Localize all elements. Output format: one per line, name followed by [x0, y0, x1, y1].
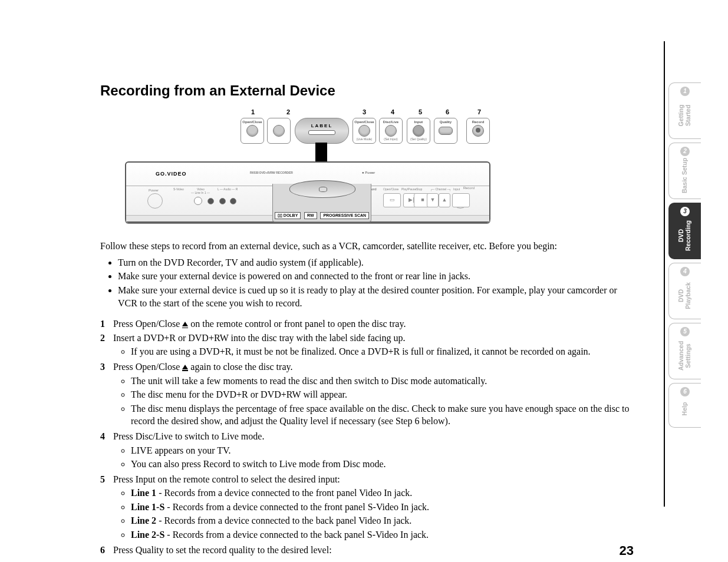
jack-svideo-icon [194, 197, 202, 205]
jack-audio-r-icon [230, 198, 236, 204]
step-4: Press Disc/Live to switch to Live mode. … [100, 430, 637, 471]
step-5: Press Input on the remote control to sel… [100, 473, 637, 541]
power-label: Power [149, 189, 159, 192]
step-marker-1: 1 [251, 108, 255, 115]
step-marker-2: 2 [286, 108, 290, 115]
ctl-openclose-label: Open/Close [383, 187, 398, 191]
step-marker-7: 7 [477, 108, 481, 115]
eject-icon [182, 362, 188, 372]
section-tabs: 1 GettingStarted 2 Basic Setup 3 DVDReco… [668, 82, 704, 431]
step-marker-4: 4 [391, 108, 394, 115]
jack-video-label: Video [197, 187, 205, 191]
tab-dvd-playback[interactable]: 4 DVDPlayback [668, 263, 701, 319]
step-4-sub: LIVE appears on your TV. [131, 444, 637, 457]
step-3: Press Open/Close again to close the disc… [100, 361, 637, 428]
jack-audio-l-icon [219, 198, 226, 204]
page-divider [664, 41, 665, 507]
step-marker-3: 3 [363, 108, 366, 115]
power-indicator: ● Power [362, 171, 375, 174]
intro-text: Follow these steps to record from an ext… [100, 240, 637, 253]
eject-icon [182, 319, 188, 329]
tab-dvd-recording[interactable]: 3 DVDRecording [668, 203, 701, 259]
jack-svideo-label: S-Video [173, 187, 184, 191]
disc-icon [289, 180, 355, 198]
page-number: 23 [620, 543, 634, 558]
step-5-sub: Line 1 - Records from a device connected… [131, 487, 637, 500]
jack-video-icon [207, 198, 214, 204]
step-5-sub: Line 1-S - Records from a device connect… [131, 501, 637, 514]
step-2: Insert a DVD+R or DVD+RW into the disc t… [100, 332, 637, 358]
record-label: Record [463, 186, 475, 190]
step-3-sub: The disc menu displays the percentage of… [131, 402, 637, 428]
openclose-button-icon: ▭ [383, 193, 401, 207]
disc-label-indicator: LABEL [295, 118, 349, 144]
step-3-sub: The disc menu for the DVD+R or DVD+RW wi… [131, 388, 637, 401]
tab-getting-started[interactable]: 1 GettingStarted [668, 82, 701, 139]
channel-down-icon: ▼ [427, 193, 439, 207]
remote-openclose-2: Open/Close(Live Mode) [353, 118, 376, 144]
step-3-sub: The unit will take a few moments to read… [131, 375, 637, 388]
remote-control-row: 1 2 3 4 5 6 7 Open/Close LABEL Open/Clos… [124, 108, 489, 145]
ctl-playpause-label: Play/Pause [401, 187, 416, 191]
jack-audio-label: L — Audio — R [218, 187, 238, 191]
step-2-sub: If you are using a DVD+R, it must be not… [131, 345, 637, 358]
progressive-logo: PROGRESSIVE SCAN [320, 212, 369, 219]
page-title: Recording from an External Device [100, 82, 663, 99]
input-button-icon [452, 193, 470, 207]
precheck-list: Turn on the DVD Recorder, TV and audio s… [100, 256, 637, 309]
remote-disclive: Disc/Live(Set Input) [379, 118, 403, 144]
tab-basic-setup[interactable]: 2 Basic Setup [668, 143, 701, 199]
power-button-icon [147, 193, 163, 209]
disc-tray-icon: ▯▯ DOLBY RW PROGRESSIVE SCAN [272, 184, 371, 222]
precheck-item: Turn on the DVD Recorder, TV and audio s… [118, 256, 637, 269]
rw-logo: RW [304, 212, 317, 219]
precheck-item: Make sure your external device is cued u… [118, 284, 637, 309]
remote-quality: Quality [434, 118, 457, 144]
step-5-sub: Line 2 - Records from a device connected… [131, 514, 637, 527]
line-in-label: — Line In 1 — [191, 191, 210, 194]
device-brand: GO.VIDEO [156, 171, 187, 177]
remote-blank [267, 118, 291, 144]
remote-record: Record [466, 118, 490, 144]
device-diagram: 1 2 3 4 5 6 7 Open/Close LABEL Open/Clos… [124, 108, 489, 226]
step-marker-5: 5 [419, 108, 422, 115]
device-model: R6530 DVD+R/RW RECORDER [250, 171, 293, 174]
step-marker-6: 6 [446, 108, 449, 115]
step-6: Press Quality to set the record quality … [100, 544, 637, 557]
steps-list: Press Open/Close on the remote control o… [100, 318, 637, 556]
ctl-stop-label: Stop [416, 187, 422, 191]
step-5-sub: Line 2-S - Records from a device connect… [131, 528, 637, 541]
tab-help[interactable]: 6 Help [668, 383, 701, 428]
step-4-sub: You can also press Record to switch to L… [131, 458, 637, 471]
channel-up-icon: ▲ [439, 193, 450, 207]
remote-input: Input(Set Quality) [407, 118, 430, 144]
manual-page: Recording from an External Device 1 2 3 … [100, 82, 663, 557]
remote-openclose-1: Open/Close [241, 118, 264, 144]
tab-advanced-settings[interactable]: 5 AdvancedSettings [668, 323, 701, 379]
precheck-item: Make sure your external device is powere… [118, 270, 637, 283]
ctl-channel-label: ┌─ Channel ─┐ [430, 187, 452, 191]
step-1: Press Open/Close on the remote control o… [100, 318, 637, 330]
ctl-input-label: Input [453, 187, 460, 191]
dolby-logo: ▯▯ DOLBY [275, 212, 301, 219]
